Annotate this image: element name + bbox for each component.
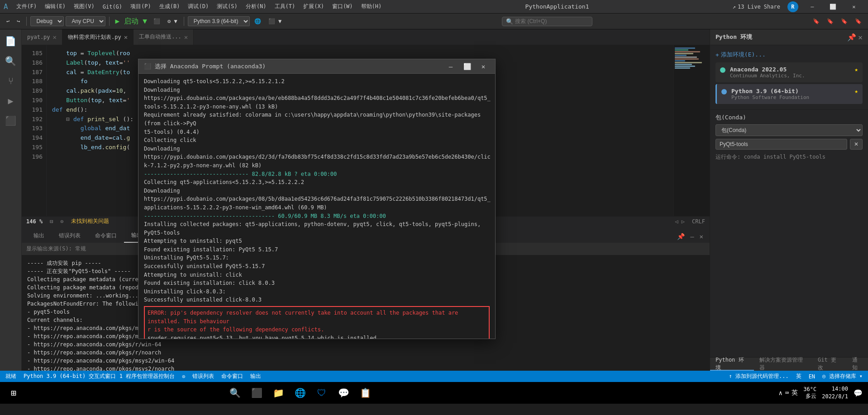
- toolbar-bookmark-3[interactable]: 🔖: [838, 17, 850, 25]
- menu-window[interactable]: 窗口(W): [329, 2, 357, 11]
- toolbar-bookmark-1[interactable]: 🔖: [810, 17, 822, 25]
- pkg-clear-button[interactable]: ✕: [850, 139, 863, 150]
- menu-debug[interactable]: 调试(D): [184, 2, 212, 11]
- taskbar-app[interactable]: 📋: [355, 383, 375, 403]
- activity-git[interactable]: ⑂: [3, 73, 19, 89]
- toolbar-separator-1: [26, 17, 27, 26]
- panel-tab-cmd[interactable]: 命令窗口: [88, 229, 124, 243]
- menu-tools[interactable]: 工具(T): [271, 2, 299, 11]
- packages-type-select[interactable]: 包(Conda): [715, 124, 863, 136]
- status-add-to-repo[interactable]: ↑ 添加到源代码管理...: [729, 373, 789, 380]
- rp-tab-notifications[interactable]: 通知: [847, 358, 868, 371]
- dialog-content[interactable]: Downloading qt5-tools<5.15.2.2,>=5.15.2.…: [138, 74, 495, 339]
- env-subtitle-python39: Python Software Foundation: [731, 94, 850, 100]
- menu-test[interactable]: 测试(S): [213, 2, 241, 11]
- menu-build[interactable]: 生成(B): [156, 2, 184, 11]
- notification-icon[interactable]: 💬: [854, 389, 863, 397]
- env-subtitle-anaconda: Continuum Analytics, Inc.: [730, 73, 850, 79]
- rp-tab-python-env[interactable]: Python 环境: [710, 358, 754, 371]
- taskbar-teams[interactable]: 💬: [334, 383, 353, 403]
- toolbar-bookmark-2[interactable]: 🔖: [824, 17, 836, 25]
- taskbar-sys-icons: ∧ ⌨ 英: [778, 389, 798, 397]
- toolbar-redo[interactable]: ↪: [14, 17, 23, 25]
- rp-close-icon[interactable]: ✕: [858, 33, 863, 42]
- encoding-indicator[interactable]: CRLF: [692, 218, 705, 225]
- keyboard-icon[interactable]: ⌨: [785, 389, 789, 396]
- pkg-search-input[interactable]: [715, 139, 847, 150]
- debug-mode-select[interactable]: Debug: [30, 16, 64, 26]
- status-repo-select[interactable]: ◎ 选择存储库 ▾: [822, 373, 863, 380]
- collapse-indicator: ⊟: [50, 218, 53, 225]
- python-version-select[interactable]: Python 3.9 (64-bit): [188, 16, 250, 26]
- menu-extensions[interactable]: 扩展(X): [300, 2, 328, 11]
- up-arrow-icon[interactable]: ∧: [778, 389, 782, 396]
- cpu-select[interactable]: Any CPU: [66, 16, 105, 26]
- attach-btn[interactable]: ⬛: [151, 17, 163, 25]
- menu-edit[interactable]: 编辑(E): [41, 2, 69, 11]
- status-encoding[interactable]: 英: [796, 373, 801, 380]
- toolbar-bookmark-4[interactable]: 🔖: [852, 17, 864, 25]
- tab-workorder[interactable]: 工单自动推送... ✕: [134, 29, 194, 45]
- close-button[interactable]: ✕: [844, 0, 864, 14]
- restore-button[interactable]: ⬜: [823, 0, 844, 14]
- add-env-button[interactable]: + 添加环境(E)...: [715, 49, 863, 61]
- tab-material-close[interactable]: ✕: [124, 33, 128, 41]
- activity-extensions[interactable]: ⬛: [3, 113, 19, 129]
- zoom-level[interactable]: 146 %: [26, 218, 43, 225]
- dl-line-3: tools-5.15.2.1.2-py3-none-any.whl (13 kB…: [144, 103, 490, 111]
- panel-pin-icon[interactable]: 📌: [675, 232, 687, 241]
- tab-pyat[interactable]: pyat.py ✕: [22, 29, 62, 45]
- run-button[interactable]: ▶ 启动 ▼: [113, 16, 149, 27]
- status-lang[interactable]: EN: [809, 373, 815, 380]
- taskbar-taskview[interactable]: ⬛: [247, 383, 267, 403]
- tab-workorder-close[interactable]: ✕: [184, 33, 188, 41]
- line-num-193: 193: [22, 124, 43, 133]
- line-num-191: 191: [22, 105, 43, 115]
- env-icon[interactable]: 🌐: [252, 17, 264, 25]
- tab-material[interactable]: 物料需求周计划表.py ✕: [62, 29, 134, 45]
- line-num-195: 195: [22, 143, 43, 152]
- menu-git[interactable]: Git(G): [99, 3, 126, 11]
- dialog-close-button[interactable]: ✕: [477, 61, 490, 72]
- dialog-maximize-button[interactable]: ⬜: [461, 61, 473, 72]
- activity-search[interactable]: 🔍: [3, 53, 19, 69]
- activity-run[interactable]: ▶: [3, 93, 19, 109]
- toolbar-undo[interactable]: ↩: [4, 17, 12, 25]
- taskbar-clock[interactable]: 14:00 2022/8/1: [822, 385, 848, 401]
- taskbar-search[interactable]: 🔍: [225, 383, 245, 403]
- user-avatar[interactable]: R: [787, 1, 798, 12]
- panel-minimize-icon[interactable]: —: [688, 232, 696, 241]
- taskbar-files[interactable]: 📁: [268, 383, 288, 403]
- panel-close-icon[interactable]: ✕: [698, 232, 705, 241]
- search-input[interactable]: [515, 18, 569, 24]
- env-item-anaconda[interactable]: Anaconda 2022.05 Continuum Analytics, In…: [715, 62, 863, 82]
- lang-icon[interactable]: 英: [792, 389, 798, 397]
- menu-project[interactable]: 项目(P): [127, 2, 155, 11]
- dialog-minimize-button[interactable]: —: [444, 61, 457, 72]
- live-share-button[interactable]: ↗ 13 Live Share: [729, 3, 784, 11]
- output-line-ch3: - https://repo.anaconda.com/pkgs/r/win-6…: [27, 340, 704, 349]
- taskbar-security[interactable]: 🛡: [312, 383, 332, 403]
- no-issues-badge[interactable]: 未找到相关问题: [71, 217, 109, 225]
- menu-analyze[interactable]: 分析(N): [242, 2, 270, 11]
- rp-tab-git-changes[interactable]: Git 更改: [812, 358, 847, 371]
- toolbar-extra[interactable]: ⚙ ▼: [165, 17, 180, 25]
- taskbar-browser[interactable]: 🌐: [290, 383, 310, 403]
- activity-explorer[interactable]: 📄: [3, 33, 19, 49]
- rp-tab-solution-explorer[interactable]: 解决方案资源管理器: [754, 358, 812, 371]
- panel-tab-errors[interactable]: 错误列表: [52, 229, 88, 243]
- menu-help[interactable]: 帮助(H): [358, 2, 386, 11]
- menu-view[interactable]: 视图(V): [70, 2, 98, 11]
- env-name-python39: Python 3.9 (64-bit): [731, 88, 850, 94]
- panel-tab-output-1[interactable]: 输出: [26, 229, 52, 243]
- dl-line-17: Attempting to uninstall: click: [144, 271, 490, 279]
- minimize-button[interactable]: —: [802, 0, 823, 14]
- start-button[interactable]: ⊞: [5, 385, 22, 401]
- line-num-190: 190: [22, 96, 43, 105]
- menu-file[interactable]: 文件(F): [13, 2, 41, 11]
- pin-icon[interactable]: 📌: [847, 33, 856, 42]
- env-item-python39[interactable]: Python 3.9 (64-bit) Python Software Foun…: [715, 84, 863, 104]
- toolbar-more[interactable]: ⬛ ▼: [266, 17, 284, 25]
- right-panel-bottom-tabs: Python 环境 解决方案资源管理器 Git 更改 通知: [710, 357, 868, 371]
- tab-pyat-close[interactable]: ✕: [53, 33, 57, 41]
